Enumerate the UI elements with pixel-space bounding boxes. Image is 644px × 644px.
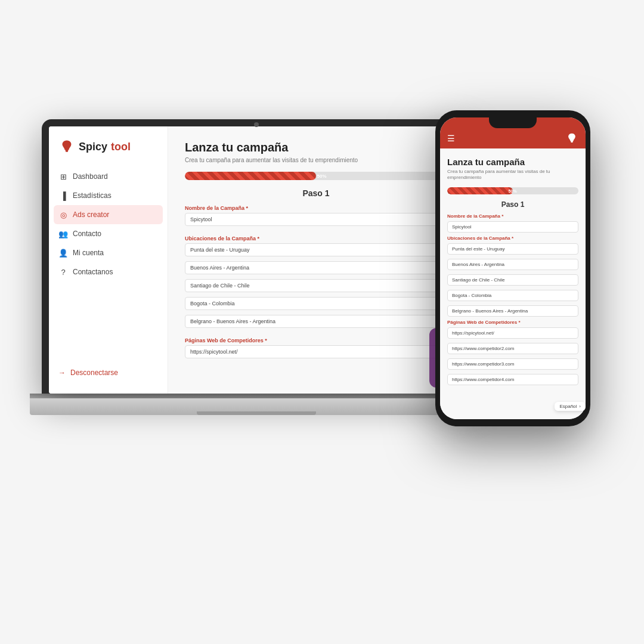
mi-cuenta-icon: 👤 (58, 248, 68, 258)
logo-text-spicy: Spicy (79, 141, 107, 153)
sidebar-label-dashboard: Dashboard (73, 172, 108, 181)
campaign-name-section: Nombre de la Campaña * (185, 205, 447, 231)
app-logo: Spicytool (49, 138, 168, 167)
progress-bar: 50% (185, 172, 447, 180)
estadisticas-icon: ▐ (58, 191, 68, 200)
phone-step-label: Paso 1 (447, 200, 578, 209)
laptop-hinge (30, 394, 483, 398)
logo-text-tool: tool (111, 141, 131, 153)
phone-language-bar[interactable]: Español › (555, 402, 586, 411)
ads-creator-icon: ◎ (58, 210, 68, 219)
phone-competitors-section: Páginas Web de Competidores * (447, 320, 578, 388)
logout-icon: → (58, 369, 66, 377)
location-input-2[interactable] (185, 261, 447, 274)
sidebar-label-ads-creator: Ads creator (73, 210, 109, 219)
sidebar-item-mi-cuenta[interactable]: 👤 Mi cuenta (49, 243, 168, 262)
campaign-name-input[interactable] (185, 213, 447, 226)
phone-locations-section: Ubicaciones de la Campaña * (447, 236, 578, 320)
locations-section: Ubicaciones de la Campaña * (185, 236, 447, 333)
phone-competitors-label: Páginas Web de Competidores * (447, 320, 578, 325)
phone-progress-bar: 50% (447, 187, 578, 194)
phone-competitor-1[interactable] (447, 327, 578, 339)
language-label: Español (559, 404, 577, 409)
sidebar-label-estadisticas: Estadísticas (73, 191, 112, 200)
phone-location-5[interactable] (447, 305, 578, 317)
logout-button[interactable]: → Desconectarse (49, 364, 168, 382)
phone-location-1[interactable] (447, 243, 578, 255)
sidebar-label-contactanos: Contactanos (73, 268, 113, 276)
page-title: Lanza tu campaña (185, 141, 447, 154)
phone-page-title: Lanza tu campaña (447, 157, 578, 167)
language-arrow-icon: › (579, 404, 581, 409)
spicytool-logo-icon (58, 138, 75, 155)
phone-page-subtitle: Crea tu campaña para aumentar las visita… (447, 169, 578, 181)
phone: ☰ Lanza tu campaña Crea tu campaña para … (435, 110, 590, 426)
phone-content: Lanza tu campaña Crea tu campaña para au… (440, 148, 586, 419)
phone-campaign-name-section: Nombre de la Campaña * (447, 213, 578, 236)
phone-competitor-3[interactable] (447, 358, 578, 370)
competitors-label: Páginas Web de Competidores * (185, 338, 447, 343)
app-sidebar: Spicytool ⊞ Dashboard ▐ Estadísticas ◎ A… (49, 126, 168, 394)
sidebar-item-ads-creator[interactable]: ◎ Ads creator (54, 205, 163, 224)
phone-notch (489, 117, 537, 128)
phone-menu-icon[interactable]: ☰ (447, 134, 455, 143)
laptop-screen-outer: Spicytool ⊞ Dashboard ▐ Estadísticas ◎ A… (42, 119, 471, 394)
sidebar-label-contacto: Contacto (73, 230, 101, 238)
app-main: Lanza tu campaña Crea tu campaña para au… (168, 126, 464, 394)
contactanos-icon: ? (58, 267, 68, 277)
phone-competitor-2[interactable] (447, 343, 578, 354)
location-input-3[interactable] (185, 279, 447, 292)
location-input-4[interactable] (185, 297, 447, 310)
page-subtitle: Crea tu campaña para aumentar las visita… (185, 157, 447, 163)
competitors-section: Páginas Web de Competidores * (185, 338, 447, 363)
sidebar-label-mi-cuenta: Mi cuenta (73, 249, 104, 257)
competitor-url-input-1[interactable] (185, 345, 447, 358)
dashboard-icon: ⊞ (58, 172, 68, 181)
phone-screen: ☰ Lanza tu campaña Crea tu campaña para … (440, 117, 586, 419)
logout-label: Desconectarse (70, 369, 118, 377)
location-input-1[interactable] (185, 243, 447, 256)
location-input-5[interactable] (185, 315, 447, 328)
phone-progress-label: 50% (509, 188, 517, 193)
locations-label: Ubicaciones de la Campaña * (185, 236, 447, 242)
sidebar-item-dashboard[interactable]: ⊞ Dashboard (49, 167, 168, 186)
laptop-screen-inner: Spicytool ⊞ Dashboard ▐ Estadísticas ◎ A… (49, 126, 464, 394)
campaign-name-label: Nombre de la Campaña * (185, 205, 447, 211)
sidebar-item-estadisticas[interactable]: ▐ Estadísticas (49, 186, 168, 205)
phone-location-3[interactable] (447, 274, 578, 286)
laptop-camera (254, 122, 259, 127)
phone-location-4[interactable] (447, 290, 578, 301)
sidebar-item-contacto[interactable]: 👥 Contacto (49, 224, 168, 243)
phone-locations-label: Ubicaciones de la Campaña * (447, 236, 578, 241)
progress-label: 50% (317, 174, 327, 179)
contacto-icon: 👥 (58, 229, 68, 239)
sidebar-item-contactanos[interactable]: ? Contactanos (49, 262, 168, 281)
progress-bar-fill (185, 172, 316, 180)
step-label: Paso 1 (185, 188, 447, 198)
phone-competitor-4[interactable] (447, 374, 578, 385)
phone-logo-icon (565, 132, 578, 145)
laptop: Spicytool ⊞ Dashboard ▐ Estadísticas ◎ A… (30, 119, 483, 477)
scene: Spicytool ⊞ Dashboard ▐ Estadísticas ◎ A… (0, 0, 644, 644)
nav-divider (49, 281, 168, 364)
phone-location-2[interactable] (447, 259, 578, 270)
phone-progress-fill (447, 187, 513, 194)
phone-campaign-name-label: Nombre de la Campaña * (447, 213, 578, 219)
laptop-base (30, 398, 483, 415)
phone-campaign-name-input[interactable] (447, 221, 578, 233)
